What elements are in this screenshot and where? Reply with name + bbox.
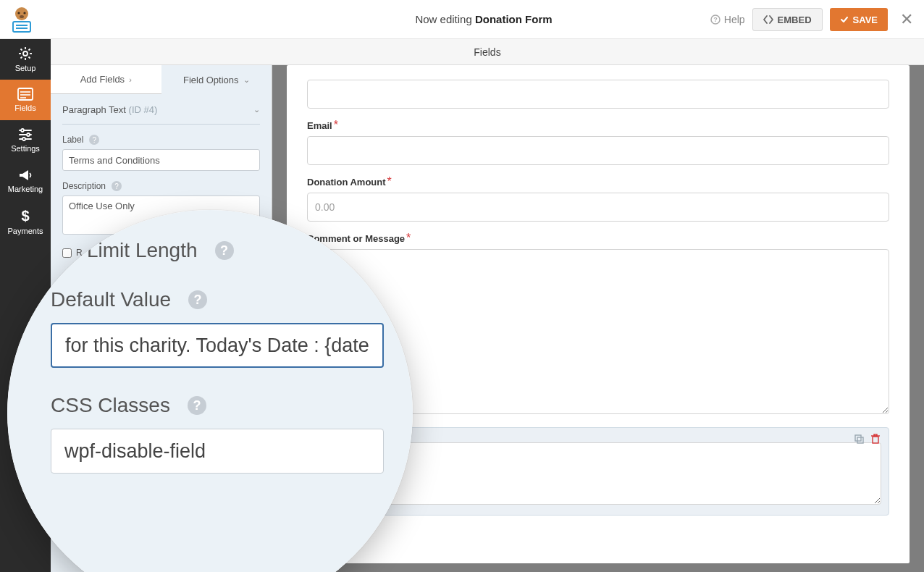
help-link[interactable]: ? Help [710, 14, 745, 25]
sliders-icon [18, 128, 33, 141]
svg-point-1 [17, 12, 20, 14]
app-logo [0, 0, 43, 39]
duplicate-icon[interactable] [854, 434, 864, 444]
nav-payments[interactable]: $ Payments [0, 201, 51, 242]
svg-line-15 [29, 57, 30, 59]
help-icon[interactable]: ? [215, 241, 234, 260]
svg-line-17 [29, 49, 30, 51]
donation-input[interactable] [307, 193, 889, 222]
field-header[interactable]: Paragraph Text (ID #4) ⌄ [62, 94, 260, 125]
form-icon [17, 88, 33, 101]
tab-add-fields[interactable]: Add Fields › [51, 65, 161, 94]
preview-field-email[interactable]: Email* [307, 119, 889, 165]
help-icon[interactable]: ? [188, 290, 207, 309]
gear-icon [18, 46, 33, 61]
chevron-down-icon: ⌄ [253, 105, 260, 114]
svg-point-25 [21, 129, 24, 132]
preview-field-name[interactable] [307, 75, 889, 109]
svg-rect-4 [13, 22, 30, 32]
svg-text:?: ? [713, 16, 718, 23]
svg-point-2 [23, 12, 25, 14]
svg-point-26 [27, 133, 30, 136]
svg-line-16 [21, 57, 22, 59]
svg-point-0 [15, 7, 28, 20]
required-checkbox[interactable] [62, 248, 72, 258]
help-icon: ? [710, 14, 721, 25]
svg-line-14 [21, 49, 22, 51]
email-input[interactable] [307, 136, 889, 165]
label-input[interactable] [62, 149, 260, 171]
nav-fields[interactable]: Fields [0, 80, 51, 120]
fields-header: Fields [474, 46, 500, 58]
default-value-input[interactable] [51, 323, 384, 368]
svg-point-27 [22, 138, 25, 140]
name-input[interactable] [307, 80, 889, 109]
label-label: Label ? [62, 135, 260, 145]
nav-settings[interactable]: Settings [0, 120, 51, 161]
svg-rect-31 [873, 437, 878, 443]
css-classes-input[interactable] [51, 429, 384, 474]
svg-text:$: $ [21, 208, 29, 224]
preview-field-donation[interactable]: Donation Amount* [307, 175, 889, 222]
dollar-icon: $ [20, 208, 30, 224]
svg-point-9 [23, 51, 28, 56]
close-icon: ✕ [900, 10, 913, 28]
check-icon [840, 15, 849, 24]
bullhorn-icon [18, 169, 33, 182]
svg-rect-30 [857, 437, 863, 443]
default-value-label: Default Value [51, 288, 171, 311]
close-button[interactable]: ✕ [895, 10, 918, 29]
svg-rect-33 [874, 434, 877, 436]
description-label: Description ? [62, 181, 260, 191]
nav-marketing[interactable]: Marketing [0, 161, 51, 201]
help-icon[interactable]: ? [112, 181, 122, 191]
embed-icon [763, 15, 773, 24]
save-button[interactable]: SAVE [830, 8, 888, 31]
svg-rect-29 [855, 435, 861, 441]
chevron-right-icon: › [129, 75, 132, 84]
help-icon[interactable]: ? [89, 135, 99, 145]
nav-setup[interactable]: Setup [0, 39, 51, 80]
svg-point-3 [20, 15, 24, 18]
help-icon[interactable]: ? [188, 396, 206, 415]
limit-length-label: Limit Length [87, 239, 198, 262]
css-classes-label: CSS Classes [51, 394, 170, 417]
trash-icon[interactable] [871, 434, 881, 444]
tab-field-options[interactable]: Field Options ⌄ [161, 65, 272, 94]
embed-button[interactable]: EMBED [752, 8, 823, 31]
chevron-down-icon: ⌄ [243, 75, 250, 85]
